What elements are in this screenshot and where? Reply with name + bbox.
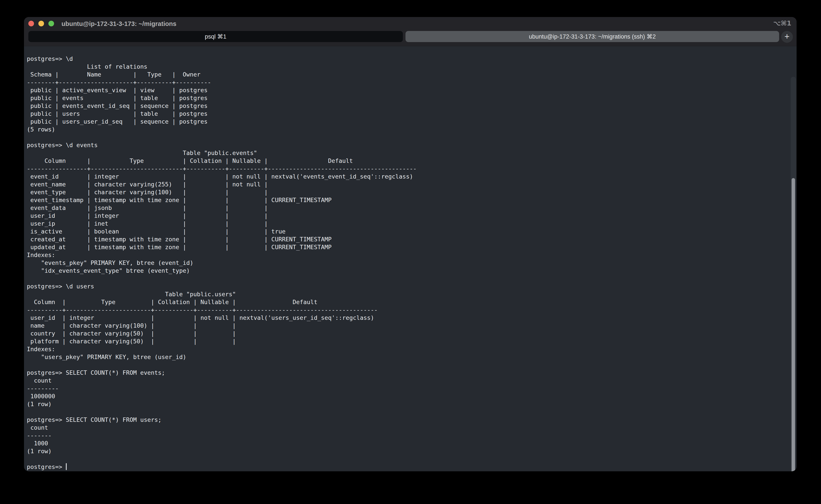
terminal-output: postgres=> \d List of relations Schema |… — [24, 46, 417, 471]
scrollbar-thumb[interactable] — [792, 178, 795, 471]
window-title: ubuntu@ip-172-31-3-173: ~/migrations — [61, 17, 176, 31]
tab-ssh[interactable]: ubuntu@ip-172-31-3-173: ~/migrations (ss… — [405, 31, 779, 42]
keyboard-shortcut-hint: ⌥⌘1 — [773, 17, 791, 30]
tab-psql-label: psql ⌘1 — [205, 33, 226, 40]
terminal-app-window: ubuntu@ip-172-31-3-173: ~/migrations ⌥⌘1… — [24, 17, 797, 471]
terminal-cursor — [66, 463, 67, 470]
zoom-button[interactable] — [48, 21, 54, 26]
new-tab-button[interactable]: + — [781, 31, 793, 43]
scrollbar[interactable] — [791, 77, 796, 471]
minimize-button[interactable] — [38, 21, 44, 26]
terminal-content[interactable]: postgres=> \d List of relations Schema |… — [24, 46, 797, 471]
tab-ssh-label: ubuntu@ip-172-31-3-173: ~/migrations (ss… — [529, 33, 656, 40]
plus-icon: + — [784, 32, 789, 41]
title-bar[interactable]: ubuntu@ip-172-31-3-173: ~/migrations ⌥⌘1… — [24, 17, 797, 46]
close-button[interactable] — [28, 21, 34, 26]
tab-psql[interactable]: psql ⌘1 — [28, 31, 403, 42]
